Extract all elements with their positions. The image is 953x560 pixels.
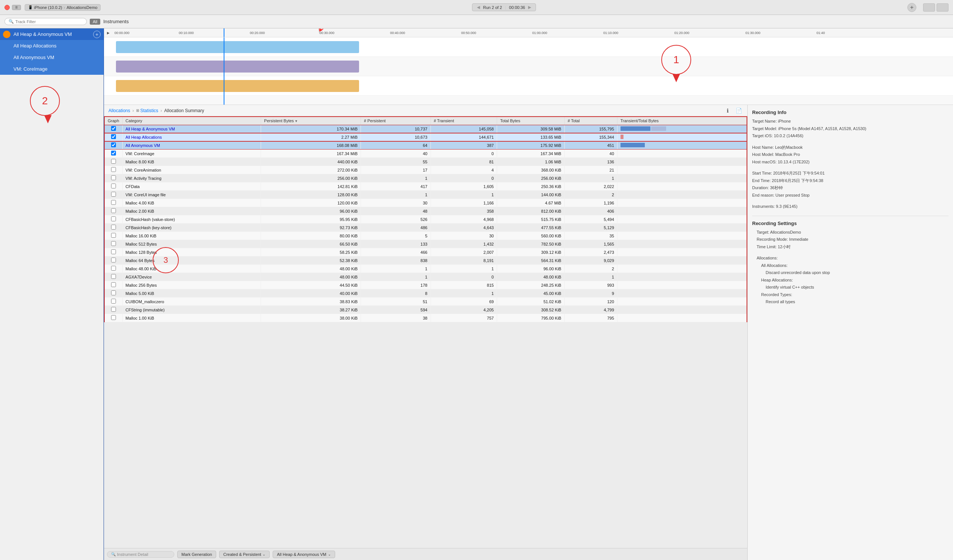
total-bytes-cell: 564.31 KiB [497, 257, 565, 265]
graph-checkbox-cell[interactable] [104, 125, 122, 133]
graph-checkbox[interactable] [111, 184, 116, 189]
transient-bar-cell [617, 281, 747, 289]
instrument-detail-area: 🔍 Instrument Detail [107, 551, 174, 558]
search-input[interactable] [16, 19, 79, 24]
graph-checkbox[interactable] [111, 151, 116, 156]
add-instrument-button[interactable]: + [907, 3, 916, 12]
end-time: End Time: 2018年6月25日 下午9:54:38 [752, 178, 948, 184]
graph-checkbox-cell[interactable] [104, 133, 122, 141]
num-total-cell: 406 [564, 207, 617, 215]
time-ruler: ▶ 00:00.000 00:10.000 00:20.000 00:30.00… [104, 28, 953, 37]
graph-checkbox[interactable] [111, 307, 116, 312]
graph-checkbox[interactable] [111, 134, 116, 139]
graph-checkbox-cell[interactable] [104, 232, 122, 240]
graph-checkbox[interactable] [111, 282, 116, 287]
sidebar-item-vm-coreimage[interactable]: VM: CoreImage [0, 63, 104, 75]
graph-checkbox-cell[interactable] [104, 207, 122, 215]
graph-checkbox[interactable] [111, 175, 116, 180]
graph-checkbox-cell[interactable] [104, 306, 122, 314]
persistent-bytes-cell: 170.34 MiB [261, 125, 361, 133]
heap-filter-dropdown[interactable]: All Heap & Anonymous VM ⌄ [273, 551, 335, 558]
graph-checkbox[interactable] [111, 241, 116, 246]
graph-checkbox[interactable] [111, 274, 116, 279]
graph-checkbox[interactable] [111, 192, 116, 196]
info-panel: Recording Info Target Name: iPhone Targe… [747, 105, 953, 560]
col-total-bytes[interactable]: Total Bytes [497, 117, 565, 125]
graph-checkbox-cell[interactable] [104, 166, 122, 174]
category-cell: Malloc 64 Bytes [122, 257, 261, 265]
graph-checkbox[interactable] [111, 258, 116, 263]
graph-checkbox-cell[interactable] [104, 191, 122, 199]
graph-checkbox[interactable] [111, 315, 116, 320]
graph-checkbox-cell[interactable] [104, 158, 122, 166]
graph-checkbox[interactable] [111, 208, 116, 213]
mark-generation-button[interactable]: Mark Generation [177, 551, 216, 558]
col-num-total[interactable]: # Total [564, 117, 617, 125]
breadcrumb-allocations[interactable]: Allocations [109, 108, 130, 113]
total-bytes-cell: 309.58 MiB [497, 125, 565, 133]
pause-button[interactable]: ⏸ [12, 5, 21, 10]
graph-checkbox[interactable] [111, 299, 116, 303]
col-category[interactable]: Category [122, 117, 261, 125]
sidebar-item-heap-alloc[interactable]: All Heap Allocations [0, 40, 104, 52]
graph-checkbox-cell[interactable] [104, 150, 122, 158]
graph-checkbox-cell[interactable] [104, 174, 122, 183]
graph-checkbox[interactable] [111, 167, 116, 172]
graph-checkbox[interactable] [111, 200, 116, 205]
graph-checkbox[interactable] [111, 266, 116, 271]
graph-checkbox-cell[interactable] [104, 199, 122, 207]
transient-bar-cell [617, 191, 747, 199]
category-cell: CFData [122, 183, 261, 191]
window-control-1[interactable] [923, 3, 935, 12]
graph-checkbox-cell[interactable] [104, 281, 122, 289]
graph-checkbox-cell[interactable] [104, 257, 122, 265]
graph-checkbox-cell[interactable] [104, 265, 122, 273]
category-cell: Malloc 128 Bytes [122, 248, 261, 257]
graph-checkbox-cell[interactable] [104, 183, 122, 191]
add-track-icon[interactable]: + [93, 31, 101, 38]
col-transient-ratio[interactable]: Transient/Total Bytes [617, 117, 747, 125]
close-button[interactable] [5, 5, 10, 10]
num-total-cell: 2 [564, 191, 617, 199]
graph-checkbox[interactable] [111, 142, 116, 147]
sidebar-item-heap-anon-vm[interactable]: All Heap & Anonymous VM + [0, 28, 104, 40]
total-bytes-cell: 96.00 KiB [497, 265, 565, 273]
table-row: CFString (immutable)38.27 KiB5944,205308… [104, 306, 747, 314]
search-box[interactable]: 🔍 [5, 18, 87, 25]
graph-checkbox[interactable] [111, 217, 116, 221]
persistent-bytes-cell: 167.34 MiB [261, 150, 361, 158]
num-transient-cell: 1 [430, 265, 497, 273]
col-num-persistent[interactable]: # Persistent [361, 117, 431, 125]
table-row: Malloc 512 Bytes66.50 KiB1331,432782.50 … [104, 240, 747, 248]
graph-checkbox-cell[interactable] [104, 314, 122, 322]
graph-checkbox-cell[interactable] [104, 240, 122, 248]
breadcrumb-statistics[interactable]: Statistics [140, 108, 158, 113]
window-control-2[interactable] [936, 3, 948, 12]
graph-checkbox-cell[interactable] [104, 289, 122, 297]
sidebar-item-anon-vm[interactable]: All Anonymous VM [0, 52, 104, 63]
all-button[interactable]: All [90, 19, 100, 25]
graph-checkbox[interactable] [111, 126, 116, 131]
info-icon[interactable]: ℹ [723, 107, 732, 115]
graph-checkbox-cell[interactable] [104, 273, 122, 281]
graph-checkbox-cell[interactable] [104, 224, 122, 232]
persistent-bytes-cell: 95.95 KiB [261, 215, 361, 224]
graph-checkbox[interactable] [111, 225, 116, 229]
graph-checkbox[interactable] [111, 159, 116, 164]
created-persistent-dropdown[interactable]: Created & Persistent ⌄ [219, 551, 270, 558]
category-cell: VM: CoreUI image file [122, 191, 261, 199]
graph-checkbox[interactable] [111, 233, 116, 238]
table-scroll[interactable]: Graph Category Persistent Bytes▼ # Persi… [104, 116, 747, 548]
graph-checkbox-cell[interactable] [104, 141, 122, 150]
col-num-transient[interactable]: # Transient [430, 117, 497, 125]
graph-checkbox-cell[interactable] [104, 215, 122, 224]
graph-checkbox[interactable] [111, 249, 116, 254]
graph-checkbox[interactable] [111, 291, 116, 295]
export-icon[interactable]: 📄 [734, 107, 743, 115]
allocations-table: Graph Category Persistent Bytes▼ # Persi… [104, 116, 747, 322]
persistent-bytes-cell: 92.73 KiB [261, 224, 361, 232]
ruler-tick-6: 01:00.000 [532, 31, 547, 35]
col-persistent-bytes[interactable]: Persistent Bytes▼ [261, 117, 361, 125]
graph-checkbox-cell[interactable] [104, 297, 122, 306]
graph-checkbox-cell[interactable] [104, 248, 122, 257]
